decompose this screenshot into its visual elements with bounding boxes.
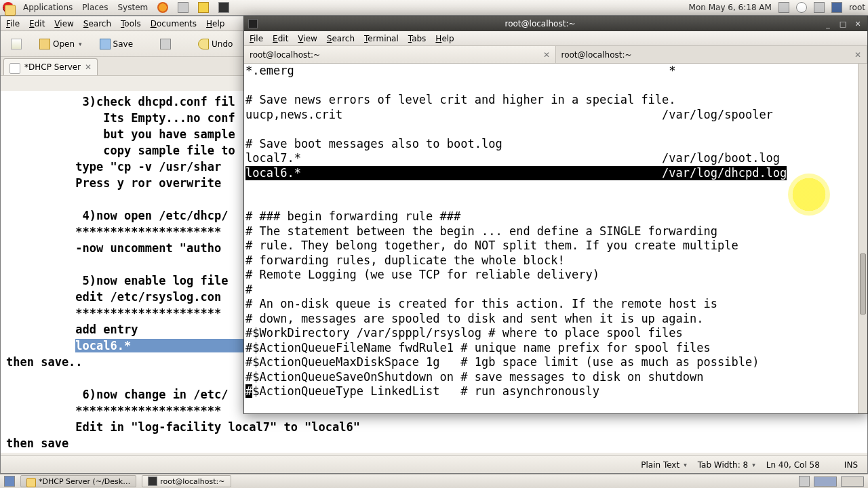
scrollbar-thumb[interactable] (860, 253, 866, 314)
gedit-menu-search[interactable]: Search (83, 19, 111, 28)
term-menu-view[interactable]: View (298, 34, 317, 43)
file-manager-icon[interactable] (178, 2, 189, 13)
terminal-tab-1[interactable]: root@localhost:~ ✕ (244, 46, 556, 63)
minimize-button[interactable]: _ (823, 19, 833, 28)
taskbar-entry-terminal[interactable]: root@localhost:~ (142, 475, 231, 487)
tab-width-dropdown[interactable]: Tab Width: 8▾ (698, 460, 755, 470)
cursor-position: Ln 40, Col 58 (766, 460, 820, 470)
terminal-cursor: # (245, 384, 252, 398)
terminal-text-last: $ActionQueueType LinkedList # run asynch… (252, 384, 599, 398)
workspace-1[interactable] (814, 476, 837, 487)
new-button[interactable] (5, 35, 28, 53)
syntax-mode-label: Plain Text (641, 460, 679, 470)
terminal-titlebar[interactable]: root@localhost:~ _ □ ✕ (244, 16, 867, 31)
close-button[interactable]: ✕ (852, 19, 863, 28)
close-tab-icon[interactable]: ✕ (85, 62, 92, 72)
open-button[interactable]: Open▾ (33, 35, 88, 53)
chevron-down-icon: ▾ (684, 462, 687, 468)
undo-icon (198, 39, 209, 49)
terminal-text-pre: *.emerg * # Save news errors of level cr… (245, 64, 780, 165)
term-menu-search[interactable]: Search (327, 34, 355, 43)
terminal-tab-2-label: root@localhost:~ (561, 50, 632, 60)
maximize-button[interactable]: □ (837, 19, 848, 28)
insert-mode: INS (844, 460, 858, 470)
gedit-statusbar: Plain Text▾ Tab Width: 8▾ Ln 40, Col 58 … (1, 455, 867, 473)
highlight-spot (788, 174, 830, 216)
clock[interactable]: Mon May 6, 6:18 AM (689, 3, 772, 12)
places-menu[interactable]: Places (82, 3, 108, 12)
applications-menu[interactable]: Applications (23, 3, 73, 12)
terminal-tab-1-label: root@localhost:~ (250, 50, 320, 60)
gnome-top-panel: Applications Places System Mon May 6, 6:… (0, 0, 868, 16)
document-icon (26, 478, 36, 487)
gedit-menu-edit[interactable]: Edit (29, 19, 45, 28)
close-tab-icon[interactable]: ✕ (854, 50, 861, 60)
terminal-icon (248, 19, 258, 28)
tray-app-icon[interactable] (799, 476, 810, 487)
editor-text-pre: 3)check dhcpd.conf fil Its Empty...no co… (6, 95, 235, 352)
new-file-icon (11, 39, 22, 49)
term-menu-help[interactable]: Help (435, 34, 454, 43)
term-menu-terminal[interactable]: Terminal (364, 34, 399, 43)
show-desktop-icon[interactable] (4, 476, 15, 487)
close-tab-icon[interactable]: ✕ (543, 50, 550, 60)
terminal-title: root@localhost:~ (262, 19, 818, 28)
gedit-menu-tools[interactable]: Tools (121, 19, 141, 28)
print-button[interactable] (154, 35, 177, 53)
terminal-tab-2[interactable]: root@localhost:~ ✕ (556, 46, 868, 63)
network-icon[interactable] (831, 2, 842, 13)
syntax-mode-dropdown[interactable]: Plain Text▾ (641, 460, 686, 470)
chevron-down-icon: ▾ (79, 41, 82, 47)
document-tab-label: *DHCP Server (24, 62, 81, 72)
save-button[interactable]: Save (94, 35, 139, 53)
terminal-icon (148, 476, 157, 486)
gedit-menu-help[interactable]: Help (206, 19, 224, 28)
tray-icon-2[interactable] (796, 2, 807, 13)
term-menu-edit[interactable]: Edit (273, 34, 288, 43)
terminal-window: root@localhost:~ _ □ ✕ File Edit View Se… (243, 16, 868, 414)
open-icon (39, 39, 50, 49)
term-menu-file[interactable]: File (250, 34, 263, 43)
taskbar-entry-terminal-label: root@localhost:~ (160, 477, 224, 486)
chevron-down-icon: ▾ (752, 462, 755, 468)
system-menu[interactable]: System (117, 3, 148, 12)
terminal-scrollbar[interactable] (858, 64, 867, 413)
user-menu[interactable]: root (849, 3, 865, 12)
gnome-bottom-panel: *DHCP Server (~/Desk… root@localhost:~ (0, 474, 868, 488)
terminal-menubar: File Edit View Search Terminal Tabs Help (244, 31, 867, 46)
gedit-menu-file[interactable]: File (6, 19, 20, 28)
note-icon[interactable] (198, 2, 209, 13)
print-icon (160, 39, 171, 49)
terminal-viewport[interactable]: *.emerg * # Save news errors of level cr… (244, 64, 858, 413)
tab-width-label: Tab Width: 8 (698, 460, 748, 470)
volume-icon[interactable] (814, 2, 825, 13)
save-label: Save (113, 39, 133, 49)
save-icon (100, 39, 111, 49)
terminal-launcher-icon[interactable] (218, 2, 229, 13)
workspace-2[interactable] (841, 476, 864, 487)
firefox-icon[interactable] (157, 2, 168, 13)
taskbar-entry-gedit[interactable]: *DHCP Server (~/Desk… (20, 475, 136, 487)
terminal-highlighted-line: local6.* /var/log/dhcpd.log (245, 166, 787, 181)
term-menu-tabs[interactable]: Tabs (408, 34, 427, 43)
gedit-titlebar-icon (5, 5, 16, 16)
terminal-tabs: root@localhost:~ ✕ root@localhost:~ ✕ (244, 46, 867, 64)
terminal-text-post: # ### begin forwarding rule ### # The st… (245, 209, 759, 384)
undo-label: Undo (212, 39, 233, 49)
gedit-menu-documents[interactable]: Documents (151, 19, 197, 28)
document-tab[interactable]: *DHCP Server ✕ (3, 58, 98, 75)
document-icon (9, 63, 20, 74)
gedit-menu-view[interactable]: View (54, 19, 73, 28)
open-label: Open (53, 39, 75, 49)
taskbar-entry-gedit-label: *DHCP Server (~/Desk… (39, 477, 130, 486)
tray-icon-1[interactable] (778, 2, 789, 13)
undo-button[interactable]: Undo (192, 35, 239, 53)
